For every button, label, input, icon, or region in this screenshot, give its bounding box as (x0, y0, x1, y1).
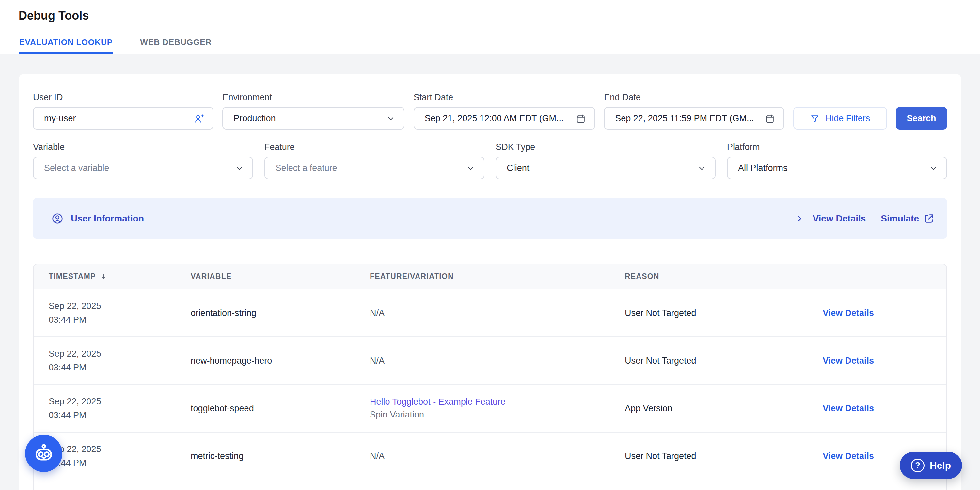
timestamp-cell: Sep 22, 202503:44 PM (49, 299, 191, 327)
evaluations-table: TIMESTAMP VARIABLE FEATURE/VARIATION REA… (33, 263, 947, 490)
start-date-field-group: Start Date Sep 21, 2025 12:00 AM EDT (GM… (414, 93, 595, 130)
feature-select[interactable]: Select a feature (264, 157, 484, 179)
variable-cell: togglebot-speed (191, 404, 370, 413)
environment-select[interactable]: Production (222, 107, 404, 130)
feature-placeholder: Select a feature (275, 163, 466, 173)
feature-link[interactable]: Hello Togglebot - Example Feature (370, 397, 625, 407)
table-header-row: TIMESTAMP VARIABLE FEATURE/VARIATION REA… (33, 264, 947, 289)
question-mark-icon: ? (911, 459, 924, 472)
external-link-icon[interactable] (924, 213, 935, 224)
robot-icon (33, 442, 55, 464)
variable-cell: new-homepage-hero (191, 356, 370, 366)
person-add-icon[interactable] (193, 113, 204, 124)
feature-variation-cell: N/A (370, 451, 625, 461)
user-information-banner: User Information View Details Simulate (33, 198, 947, 239)
column-header-timestamp[interactable]: TIMESTAMP (49, 272, 191, 281)
calendar-icon[interactable] (765, 113, 775, 124)
end-date-value: Sep 22, 2025 11:59 PM EDT (GM... (615, 113, 765, 123)
user-id-input[interactable] (44, 113, 193, 123)
banner-view-details-link[interactable]: View Details (813, 213, 866, 224)
table-row-partial (33, 480, 947, 490)
view-details-link[interactable]: View Details (822, 308, 931, 318)
variable-cell: orientation-string (191, 308, 370, 318)
filter-row-2: Variable Select a variable Feature Selec… (33, 142, 947, 179)
help-label: Help (930, 460, 951, 471)
platform-value: All Platforms (738, 163, 929, 173)
sort-descending-icon[interactable] (99, 273, 108, 281)
feature-variation-cell: N/A (370, 356, 625, 366)
view-details-link[interactable]: View Details (822, 356, 931, 366)
user-id-label: User ID (33, 93, 213, 102)
column-header-variable[interactable]: VARIABLE (191, 272, 370, 281)
user-id-field-group: User ID (33, 93, 213, 130)
user-id-input-wrap (33, 107, 213, 130)
view-details-link[interactable]: View Details (822, 404, 931, 413)
reason-cell: App Version (625, 404, 822, 413)
filter-row-1: User ID Environment Production (33, 93, 947, 130)
expand-chevron-icon[interactable] (794, 214, 804, 223)
variable-field-group: Variable Select a variable (33, 142, 253, 179)
table-body: Sep 22, 202503:44 PM orientation-string … (33, 289, 947, 480)
column-header-feature-variation[interactable]: FEATURE/VARIATION (370, 272, 625, 281)
column-header-reason[interactable]: REASON (625, 272, 822, 281)
user-circle-icon (51, 212, 64, 225)
togglebot-fab-button[interactable] (25, 435, 62, 472)
timestamp-cell: Sep 22, 202503:44 PM (49, 442, 191, 470)
end-date-field-group: End Date Sep 22, 2025 11:59 PM EDT (GM..… (604, 93, 784, 130)
feature-label: Feature (264, 142, 484, 152)
table-row: Sep 22, 202503:44 PM orientation-string … (33, 289, 947, 337)
end-date-input[interactable]: Sep 22, 2025 11:59 PM EDT (GM... (604, 107, 784, 130)
filter-funnel-icon (810, 114, 820, 123)
chevron-down-icon (697, 164, 706, 173)
table-row: Sep 22, 202503:44 PM metric-testing N/A … (33, 433, 947, 480)
hide-filters-button[interactable]: Hide Filters (793, 107, 887, 130)
hide-filters-label: Hide Filters (826, 113, 870, 123)
filters-card: User ID Environment Production (19, 74, 961, 490)
start-date-value: Sep 21, 2025 12:00 AM EDT (GM... (425, 113, 576, 123)
chevron-down-icon (386, 114, 395, 123)
end-date-label: End Date (604, 93, 784, 102)
feature-field-group: Feature Select a feature (264, 142, 484, 179)
simulate-link[interactable]: Simulate (881, 213, 919, 224)
environment-value: Production (234, 113, 386, 123)
sdk-type-field-group: SDK Type Client (496, 142, 716, 179)
page-content: User ID Environment Production (0, 54, 980, 490)
table-row: Sep 22, 202503:44 PM new-homepage-hero N… (33, 337, 947, 385)
platform-label: Platform (727, 142, 947, 152)
start-date-label: Start Date (414, 93, 595, 102)
variable-placeholder: Select a variable (44, 163, 235, 173)
sdk-type-select[interactable]: Client (496, 157, 716, 179)
tab-bar: EVALUATION LOOKUP WEB DEBUGGER (19, 38, 961, 54)
platform-field-group: Platform All Platforms (727, 142, 947, 179)
sdk-type-value: Client (507, 163, 697, 173)
user-information-title: User Information (71, 213, 144, 224)
start-date-input[interactable]: Sep 21, 2025 12:00 AM EDT (GM... (414, 107, 595, 130)
chevron-down-icon (235, 164, 244, 173)
timestamp-cell: Sep 22, 202503:44 PM (49, 347, 191, 374)
table-row: Sep 22, 202503:44 PM togglebot-speed Hel… (33, 385, 947, 433)
user-information-header: User Information (51, 212, 144, 225)
reason-cell: User Not Targeted (625, 308, 822, 318)
variable-label: Variable (33, 142, 253, 152)
tab-evaluation-lookup[interactable]: EVALUATION LOOKUP (19, 38, 113, 54)
feature-variation-cell: Hello Togglebot - Example Feature Spin V… (370, 397, 625, 420)
tab-web-debugger[interactable]: WEB DEBUGGER (139, 38, 212, 54)
calendar-icon[interactable] (576, 113, 586, 124)
timestamp-cell: Sep 22, 202503:44 PM (49, 394, 191, 422)
reason-cell: User Not Targeted (625, 356, 822, 366)
reason-cell: User Not Targeted (625, 451, 822, 461)
environment-label: Environment (222, 93, 404, 102)
variation-label: Spin Variation (370, 410, 625, 420)
environment-field-group: Environment Production (222, 93, 404, 130)
chevron-down-icon (929, 164, 938, 173)
user-information-actions: View Details Simulate (794, 213, 935, 224)
help-button[interactable]: ? Help (900, 452, 962, 479)
search-button[interactable]: Search (896, 107, 947, 130)
variable-cell: metric-testing (191, 451, 370, 461)
chevron-down-icon (466, 164, 475, 173)
feature-variation-cell: N/A (370, 308, 625, 318)
page-title: Debug Tools (19, 9, 961, 22)
platform-select[interactable]: All Platforms (727, 157, 947, 179)
sdk-type-label: SDK Type (496, 142, 716, 152)
variable-select[interactable]: Select a variable (33, 157, 253, 179)
